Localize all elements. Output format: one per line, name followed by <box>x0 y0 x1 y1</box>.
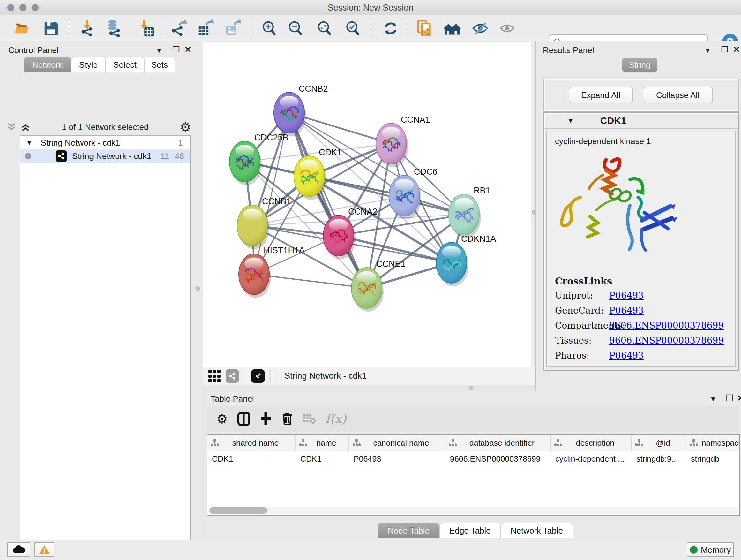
edge-CDK1-RB1[interactable] <box>309 176 464 214</box>
left-splitter-handle[interactable] <box>196 287 200 291</box>
results-panel-maximize-icon[interactable]: ❒ <box>721 45 728 55</box>
copy-network-style-icon[interactable] <box>416 20 434 37</box>
zoom-in-icon[interactable] <box>261 20 278 37</box>
node-HIST1H1A[interactable] <box>239 254 271 298</box>
node-CDK1[interactable] <box>294 156 326 200</box>
table-settings-gear-icon[interactable]: ⚙ <box>216 412 228 426</box>
cell-description[interactable]: cyclin-dependent ... <box>551 454 632 463</box>
column-header-description[interactable]: description <box>551 435 632 451</box>
show-columns-icon[interactable] <box>238 412 250 426</box>
edge-CCNB2-CCNE1[interactable] <box>289 113 367 288</box>
control-panel-float-icon[interactable]: ▾ <box>157 45 161 55</box>
save-session-icon[interactable] <box>43 20 60 37</box>
tab-string[interactable]: String <box>622 58 657 72</box>
crosslink-tissues-link[interactable]: 9606.ENSP00000378699 <box>609 335 724 346</box>
cell-name[interactable]: CDK1 <box>296 454 349 463</box>
scrollbar-thumb[interactable] <box>209 507 267 514</box>
tab-network[interactable]: Network <box>23 57 71 72</box>
zoom-out-icon[interactable] <box>287 20 304 37</box>
node-CCNA2[interactable] <box>323 215 355 259</box>
network-tree: ▼ String Network - cdk1 1 String Network… <box>20 135 191 560</box>
function-builder-icon: f(x) <box>326 412 346 426</box>
cell-namespace[interactable]: stringdb <box>686 454 740 463</box>
node-CDC6[interactable] <box>389 175 421 219</box>
collapse-arrow-icon[interactable]: ▼ <box>567 117 574 125</box>
protein-result-card: ▼ CDK1 cyclin-dependent kinase 1 <box>543 112 739 371</box>
network-view-icon[interactable] <box>226 369 239 383</box>
protein-description: cyclin-dependent kinase 1 <box>555 136 735 146</box>
node-CCNB2[interactable] <box>274 92 306 136</box>
warning-button[interactable] <box>35 543 54 557</box>
column-header-canonicalname[interactable]: canonical name <box>349 435 446 451</box>
results-button-bar: Expand All Collapse All <box>543 79 739 112</box>
cell-sharedname[interactable]: CDK1 <box>207 454 296 463</box>
grid-view-icon[interactable] <box>208 369 221 383</box>
delete-column-trash-icon[interactable] <box>281 412 293 426</box>
export-table-icon[interactable] <box>197 20 214 37</box>
column-header-namespace[interactable]: namespace <box>686 435 740 451</box>
node-label-CDKN1A: CDKN1A <box>461 234 496 244</box>
cell-canonicalname[interactable]: P06493 <box>349 454 446 463</box>
network-tree-item-row[interactable]: String Network - cdk1 11 48 <box>20 149 190 163</box>
edge-HIST1H1A-CCNE1[interactable] <box>254 274 367 288</box>
table-panel-maximize-icon[interactable]: ❒ <box>726 393 733 403</box>
table-toolbar: ⚙ f(x) <box>207 406 739 432</box>
import-network-file-icon[interactable] <box>79 20 96 37</box>
node-RB1[interactable] <box>449 194 481 238</box>
zoom-fit-icon[interactable] <box>316 20 333 37</box>
gear-icon[interactable]: ⚙ <box>180 120 191 134</box>
memory-button[interactable]: Memory <box>687 543 734 557</box>
table-panel-close-icon[interactable]: ✕ <box>737 393 741 403</box>
open-session-icon[interactable] <box>14 20 31 37</box>
tab-edge-table[interactable]: Edge Table <box>440 523 501 538</box>
results-panel-close-icon[interactable]: ✕ <box>733 45 740 55</box>
crosslink-uniprot-link[interactable]: P06493 <box>609 290 644 301</box>
table-row[interactable]: CDK1CDK1P064939606.ENSP00000378699cyclin… <box>207 451 739 466</box>
tab-select[interactable]: Select <box>106 57 144 72</box>
tree-expand-arrow-icon[interactable]: ▼ <box>26 139 32 146</box>
network-tree-root-row[interactable]: ▼ String Network - cdk1 1 <box>20 136 190 149</box>
expand-all-icon[interactable] <box>20 122 30 132</box>
network-selection-status: 1 of 1 Network selected <box>30 122 180 132</box>
node-CDKN1A[interactable] <box>436 242 468 287</box>
column-header-databaseidentifier[interactable]: database identifier <box>446 435 551 451</box>
export-network-icon[interactable] <box>170 20 187 37</box>
node-CCNE1[interactable] <box>351 267 384 312</box>
current-network-name: String Network - cdk1 <box>284 371 367 381</box>
refresh-icon[interactable] <box>382 20 399 37</box>
import-table-icon[interactable] <box>138 20 155 37</box>
column-header-name[interactable]: name <box>296 435 349 451</box>
show-hide-graphics-icon[interactable] <box>472 20 489 37</box>
cloud-button[interactable] <box>7 543 30 557</box>
tab-node-table[interactable]: Node Table <box>378 523 440 538</box>
column-header-id[interactable]: @id <box>632 435 686 451</box>
crosslink-pharos-link[interactable]: P06493 <box>609 350 644 361</box>
table-horizontal-scrollbar[interactable] <box>208 507 738 514</box>
crosslink-genecard-link[interactable]: P06493 <box>609 305 644 316</box>
control-panel-close-icon[interactable]: ✕ <box>185 45 192 55</box>
eye-icon[interactable] <box>498 20 516 37</box>
collapse-all-button[interactable]: Collapse All <box>643 87 713 104</box>
splitter-handle[interactable] <box>469 386 473 390</box>
expand-all-button[interactable]: Expand All <box>569 87 633 104</box>
control-panel-title: Control Panel <box>8 45 59 55</box>
tab-sets[interactable]: Sets <box>144 57 175 72</box>
export-image-icon[interactable] <box>224 20 241 37</box>
cell-databaseidentifier[interactable]: 9606.ENSP00000378699 <box>446 454 551 463</box>
results-panel-float-icon[interactable]: ▾ <box>705 45 710 55</box>
node-CCNB1[interactable] <box>237 205 269 249</box>
collapse-all-icon[interactable] <box>6 122 17 132</box>
table-panel-float-icon[interactable]: ▾ <box>711 394 715 404</box>
crosslink-compartments-link[interactable]: 9606.ENSP00000378699 <box>609 320 724 331</box>
create-column-plus-icon[interactable] <box>260 412 272 426</box>
detach-view-icon[interactable] <box>251 369 265 383</box>
network-canvas[interactable]: CCNB2CCNA1CDC25BCDK1CDC6RB1CCNB1CCNA2CDK… <box>203 42 531 367</box>
zoom-selected-icon[interactable] <box>344 20 361 37</box>
cell-id[interactable]: stringdb:9... <box>632 454 686 463</box>
column-header-sharedname[interactable]: shared name <box>207 435 296 451</box>
tab-network-table[interactable]: Network Table <box>501 523 573 538</box>
birds-eye-view-icon[interactable] <box>444 20 461 37</box>
tab-style[interactable]: Style <box>71 57 106 72</box>
import-network-database-icon[interactable] <box>105 20 123 37</box>
control-panel-maximize-icon[interactable]: ❒ <box>172 45 180 55</box>
